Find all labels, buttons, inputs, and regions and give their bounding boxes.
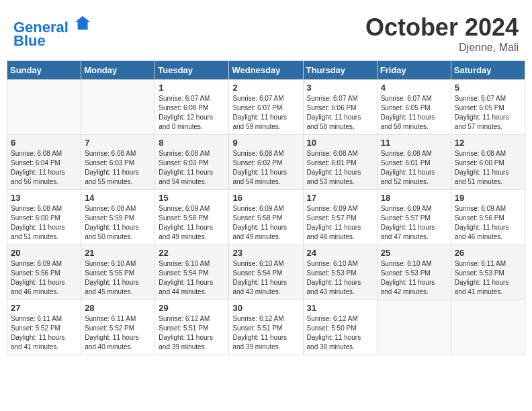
day-number: 14	[85, 193, 151, 203]
calendar-day-cell: 22Sunrise: 6:10 AM Sunset: 5:54 PM Dayli…	[155, 245, 229, 300]
day-info: Sunrise: 6:10 AM Sunset: 5:53 PM Dayligh…	[381, 259, 447, 297]
calendar-day-cell: 24Sunrise: 6:10 AM Sunset: 5:53 PM Dayli…	[303, 245, 377, 300]
calendar-day-cell: 21Sunrise: 6:10 AM Sunset: 5:55 PM Dayli…	[81, 245, 155, 300]
day-info: Sunrise: 6:08 AM Sunset: 6:00 PM Dayligh…	[11, 204, 77, 242]
calendar-week-row: 1Sunrise: 6:07 AM Sunset: 6:08 PM Daylig…	[7, 80, 525, 135]
day-number: 15	[159, 193, 225, 203]
day-info: Sunrise: 6:08 AM Sunset: 6:04 PM Dayligh…	[11, 149, 77, 187]
day-info: Sunrise: 6:08 AM Sunset: 6:03 PM Dayligh…	[85, 149, 151, 187]
day-info: Sunrise: 6:07 AM Sunset: 6:08 PM Dayligh…	[159, 94, 225, 132]
day-number: 4	[381, 83, 447, 93]
weekday-header: Sunday	[7, 61, 81, 80]
day-info: Sunrise: 6:10 AM Sunset: 5:53 PM Dayligh…	[307, 259, 373, 297]
day-info: Sunrise: 6:12 AM Sunset: 5:51 PM Dayligh…	[232, 314, 299, 352]
calendar-day-cell	[377, 300, 451, 355]
day-info: Sunrise: 6:09 AM Sunset: 5:57 PM Dayligh…	[381, 204, 447, 242]
weekday-header: Saturday	[451, 61, 525, 80]
day-number: 12	[455, 138, 521, 148]
calendar-day-cell: 23Sunrise: 6:10 AM Sunset: 5:54 PM Dayli…	[229, 245, 303, 300]
day-number: 1	[159, 83, 225, 93]
day-info: Sunrise: 6:07 AM Sunset: 6:06 PM Dayligh…	[307, 94, 373, 132]
day-number: 26	[455, 248, 521, 258]
day-number: 3	[307, 83, 373, 93]
weekday-header: Monday	[81, 61, 155, 80]
month-title: October 2024	[365, 13, 519, 42]
calendar-day-cell: 3Sunrise: 6:07 AM Sunset: 6:06 PM Daylig…	[303, 80, 377, 135]
day-info: Sunrise: 6:08 AM Sunset: 6:01 PM Dayligh…	[381, 149, 447, 187]
day-number: 17	[307, 193, 373, 203]
calendar-day-cell: 28Sunrise: 6:11 AM Sunset: 5:52 PM Dayli…	[81, 300, 155, 355]
day-info: Sunrise: 6:09 AM Sunset: 5:58 PM Dayligh…	[232, 204, 299, 242]
day-number: 27	[11, 303, 77, 313]
calendar-week-row: 13Sunrise: 6:08 AM Sunset: 6:00 PM Dayli…	[7, 190, 525, 245]
calendar-header-row: SundayMondayTuesdayWednesdayThursdayFrid…	[7, 61, 525, 80]
day-info: Sunrise: 6:10 AM Sunset: 5:54 PM Dayligh…	[159, 259, 225, 297]
day-number: 19	[455, 193, 521, 203]
day-number: 5	[455, 83, 521, 93]
calendar-day-cell	[451, 300, 525, 355]
calendar-day-cell: 19Sunrise: 6:09 AM Sunset: 5:56 PM Dayli…	[451, 190, 525, 245]
logo: General Blue	[13, 13, 93, 49]
day-number: 6	[11, 138, 77, 148]
day-number: 23	[232, 248, 299, 258]
day-number: 11	[381, 138, 447, 148]
day-number: 22	[159, 248, 225, 258]
calendar-day-cell: 9Sunrise: 6:08 AM Sunset: 6:02 PM Daylig…	[229, 135, 303, 190]
day-info: Sunrise: 6:08 AM Sunset: 6:03 PM Dayligh…	[159, 149, 225, 187]
logo-icon	[74, 13, 93, 32]
day-number: 2	[232, 83, 299, 93]
calendar-day-cell	[7, 80, 81, 135]
day-number: 13	[11, 193, 77, 203]
calendar-day-cell: 16Sunrise: 6:09 AM Sunset: 5:58 PM Dayli…	[229, 190, 303, 245]
day-info: Sunrise: 6:10 AM Sunset: 5:54 PM Dayligh…	[232, 259, 299, 297]
calendar-day-cell: 11Sunrise: 6:08 AM Sunset: 6:01 PM Dayli…	[377, 135, 451, 190]
calendar-day-cell: 26Sunrise: 6:11 AM Sunset: 5:53 PM Dayli…	[451, 245, 525, 300]
calendar-day-cell: 2Sunrise: 6:07 AM Sunset: 6:07 PM Daylig…	[229, 80, 303, 135]
page-header: General Blue October 2024 Djenne, Mali	[7, 7, 525, 57]
day-number: 21	[85, 248, 151, 258]
calendar-day-cell: 12Sunrise: 6:08 AM Sunset: 6:00 PM Dayli…	[451, 135, 525, 190]
day-info: Sunrise: 6:07 AM Sunset: 6:05 PM Dayligh…	[455, 94, 521, 132]
day-number: 20	[11, 248, 77, 258]
calendar-day-cell: 27Sunrise: 6:11 AM Sunset: 5:52 PM Dayli…	[7, 300, 81, 355]
day-info: Sunrise: 6:08 AM Sunset: 6:02 PM Dayligh…	[232, 149, 299, 187]
calendar-day-cell: 1Sunrise: 6:07 AM Sunset: 6:08 PM Daylig…	[155, 80, 229, 135]
day-info: Sunrise: 6:08 AM Sunset: 5:59 PM Dayligh…	[85, 204, 151, 242]
day-info: Sunrise: 6:07 AM Sunset: 6:05 PM Dayligh…	[381, 94, 447, 132]
day-number: 8	[159, 138, 225, 148]
calendar-day-cell	[81, 80, 155, 135]
weekday-header: Friday	[377, 61, 451, 80]
weekday-header: Tuesday	[155, 61, 229, 80]
calendar-day-cell: 13Sunrise: 6:08 AM Sunset: 6:00 PM Dayli…	[7, 190, 81, 245]
day-number: 31	[307, 303, 373, 313]
day-info: Sunrise: 6:09 AM Sunset: 5:57 PM Dayligh…	[307, 204, 373, 242]
calendar-day-cell: 6Sunrise: 6:08 AM Sunset: 6:04 PM Daylig…	[7, 135, 81, 190]
svg-marker-0	[75, 16, 90, 30]
day-info: Sunrise: 6:09 AM Sunset: 5:56 PM Dayligh…	[455, 204, 521, 242]
calendar-table: SundayMondayTuesdayWednesdayThursdayFrid…	[7, 60, 525, 355]
day-number: 29	[159, 303, 225, 313]
calendar-week-row: 20Sunrise: 6:09 AM Sunset: 5:56 PM Dayli…	[7, 245, 525, 300]
calendar-day-cell: 7Sunrise: 6:08 AM Sunset: 6:03 PM Daylig…	[81, 135, 155, 190]
calendar-day-cell: 20Sunrise: 6:09 AM Sunset: 5:56 PM Dayli…	[7, 245, 81, 300]
day-info: Sunrise: 6:11 AM Sunset: 5:53 PM Dayligh…	[455, 259, 521, 297]
day-info: Sunrise: 6:07 AM Sunset: 6:07 PM Dayligh…	[232, 94, 299, 132]
calendar-day-cell: 25Sunrise: 6:10 AM Sunset: 5:53 PM Dayli…	[377, 245, 451, 300]
day-number: 24	[307, 248, 373, 258]
day-number: 10	[307, 138, 373, 148]
day-number: 18	[381, 193, 447, 203]
day-number: 30	[232, 303, 299, 313]
day-info: Sunrise: 6:10 AM Sunset: 5:55 PM Dayligh…	[85, 259, 151, 297]
calendar-day-cell: 30Sunrise: 6:12 AM Sunset: 5:51 PM Dayli…	[229, 300, 303, 355]
calendar-day-cell: 14Sunrise: 6:08 AM Sunset: 5:59 PM Dayli…	[81, 190, 155, 245]
calendar-day-cell: 18Sunrise: 6:09 AM Sunset: 5:57 PM Dayli…	[377, 190, 451, 245]
calendar-week-row: 6Sunrise: 6:08 AM Sunset: 6:04 PM Daylig…	[7, 135, 525, 190]
weekday-header: Thursday	[303, 61, 377, 80]
day-info: Sunrise: 6:09 AM Sunset: 5:56 PM Dayligh…	[11, 259, 77, 297]
day-info: Sunrise: 6:08 AM Sunset: 6:01 PM Dayligh…	[307, 149, 373, 187]
day-info: Sunrise: 6:09 AM Sunset: 5:58 PM Dayligh…	[159, 204, 225, 242]
calendar-day-cell: 4Sunrise: 6:07 AM Sunset: 6:05 PM Daylig…	[377, 80, 451, 135]
calendar-day-cell: 8Sunrise: 6:08 AM Sunset: 6:03 PM Daylig…	[155, 135, 229, 190]
calendar-day-cell: 29Sunrise: 6:12 AM Sunset: 5:51 PM Dayli…	[155, 300, 229, 355]
weekday-header: Wednesday	[229, 61, 303, 80]
